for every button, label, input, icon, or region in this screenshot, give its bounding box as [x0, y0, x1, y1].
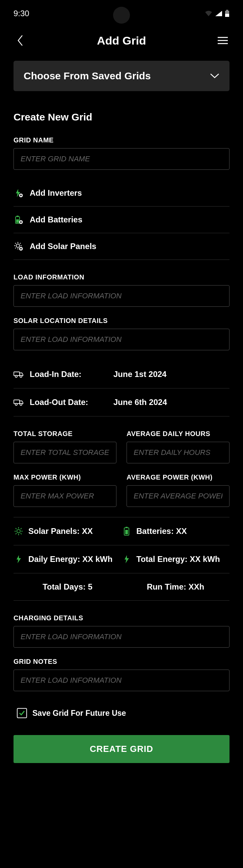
- solar-location-label: SOLAR LOCATION DETAILS: [14, 317, 230, 325]
- svg-line-20: [15, 243, 16, 244]
- daily-hours-field: AVERAGE DAILY HOURS: [127, 430, 230, 463]
- stat-solar-panels: Solar Panels: XX: [14, 517, 122, 545]
- load-out-date-row[interactable]: Load-Out Date: June 6th 2024: [14, 388, 230, 416]
- sun-icon: [14, 526, 24, 536]
- svg-rect-11: [16, 219, 19, 223]
- grid-notes-field: GRID NOTES: [14, 658, 230, 691]
- stat-daily-energy-text: Daily Energy: XX kWh: [28, 554, 112, 564]
- add-batteries-label: Add Batteries: [30, 215, 82, 224]
- svg-point-32: [20, 403, 22, 405]
- add-solar-row[interactable]: Add Solar Panels: [14, 233, 230, 260]
- bolt-icon: [14, 554, 24, 564]
- save-grid-checkbox-row[interactable]: Save Grid For Future Use: [14, 701, 230, 725]
- stat-run-time: Run Time: XXh: [122, 573, 230, 600]
- avg-power-input[interactable]: [127, 485, 230, 507]
- daily-hours-label: AVERAGE DAILY HOURS: [127, 430, 230, 438]
- status-bar: 9:30: [0, 0, 243, 24]
- app-header: Add Grid: [0, 24, 243, 61]
- truck-out-icon: [14, 397, 24, 407]
- stat-total-energy-text: Total Energy: XX kWh: [136, 554, 220, 564]
- chevron-down-icon: [210, 73, 219, 79]
- status-time: 9:30: [14, 9, 29, 18]
- daily-hours-input[interactable]: [127, 442, 230, 463]
- signal-icon: [215, 10, 223, 17]
- sun-plus-icon: [14, 241, 24, 251]
- load-in-value: June 1st 2024: [113, 370, 166, 379]
- svg-rect-27: [14, 372, 20, 376]
- load-info-field: LOAD INFORMATION: [14, 273, 230, 307]
- load-info-input[interactable]: [14, 285, 230, 307]
- total-storage-label: TOTAL STORAGE: [14, 430, 116, 438]
- grid-name-label: GRID NAME: [14, 136, 230, 144]
- status-icons: [205, 10, 230, 17]
- hamburger-icon: [218, 36, 228, 45]
- max-power-field: MAX POWER (KWH): [14, 473, 116, 507]
- camera-cutout: [113, 7, 130, 24]
- max-power-label: MAX POWER (KWH): [14, 473, 116, 481]
- svg-rect-0: [226, 10, 228, 11]
- page-title: Add Grid: [97, 34, 146, 47]
- create-grid-button[interactable]: CREATE GRID: [14, 735, 230, 763]
- grid-name-field: GRID NAME: [14, 136, 230, 170]
- storage-hours-row: TOTAL STORAGE AVERAGE DAILY HOURS: [14, 430, 230, 463]
- svg-point-31: [15, 403, 17, 405]
- stat-run-time-text: Run Time: XXh: [147, 582, 204, 592]
- svg-line-38: [16, 528, 17, 529]
- charging-details-label: CHARGING DETAILS: [14, 614, 230, 622]
- svg-rect-2: [225, 14, 229, 17]
- power-row: MAX POWER (KWH) AVERAGE POWER (KWH): [14, 473, 230, 507]
- svg-point-29: [20, 375, 22, 377]
- save-grid-label: Save Grid For Future Use: [32, 709, 126, 718]
- svg-line-41: [16, 533, 17, 534]
- load-in-label: Load-In Date:: [30, 370, 107, 379]
- total-storage-input[interactable]: [14, 442, 116, 463]
- battery-icon: [225, 10, 230, 17]
- chevron-left-icon: [17, 35, 24, 46]
- bolt-plus-icon: [14, 188, 24, 198]
- total-storage-field: TOTAL STORAGE: [14, 430, 116, 463]
- load-in-date-row[interactable]: Load-In Date: June 1st 2024: [14, 360, 230, 388]
- load-out-value: June 6th 2024: [113, 398, 167, 407]
- stat-total-days-text: Total Days: 5: [43, 582, 92, 592]
- checkmark-icon: [19, 710, 25, 716]
- charging-details-field: CHARGING DETAILS: [14, 614, 230, 648]
- svg-point-15: [16, 244, 20, 247]
- svg-line-22: [20, 243, 21, 244]
- grid-notes-label: GRID NOTES: [14, 658, 230, 666]
- section-title: Create New Grid: [14, 111, 230, 123]
- grid-name-input[interactable]: [14, 148, 230, 170]
- save-grid-checkbox[interactable]: [17, 708, 27, 718]
- max-power-input[interactable]: [14, 485, 116, 507]
- wifi-icon: [205, 10, 213, 17]
- add-solar-label: Add Solar Panels: [30, 242, 96, 251]
- svg-point-28: [15, 375, 17, 377]
- truck-in-icon: [14, 369, 24, 379]
- grid-notes-input[interactable]: [14, 670, 230, 691]
- svg-line-39: [21, 533, 22, 534]
- add-inverters-label: Add Inverters: [30, 188, 82, 198]
- saved-grids-label: Choose From Saved Grids: [24, 70, 151, 82]
- load-info-label: LOAD INFORMATION: [14, 273, 230, 281]
- stat-total-energy: Total Energy: XX kWh: [122, 545, 230, 573]
- solar-location-input[interactable]: [14, 329, 230, 350]
- battery-plus-icon: [14, 215, 24, 225]
- svg-line-40: [21, 528, 22, 529]
- back-button[interactable]: [14, 34, 27, 47]
- stat-batteries-text: Batteries: XX: [136, 526, 187, 536]
- charging-details-input[interactable]: [14, 626, 230, 648]
- stat-solar-panels-text: Solar Panels: XX: [28, 526, 93, 536]
- svg-rect-30: [14, 400, 20, 404]
- add-batteries-row[interactable]: Add Batteries: [14, 207, 230, 233]
- stat-total-days: Total Days: 5: [14, 573, 122, 600]
- solar-location-field: SOLAR LOCATION DETAILS: [14, 317, 230, 350]
- add-inverters-row[interactable]: Add Inverters: [14, 180, 230, 207]
- stats-summary: Solar Panels: XX Batteries: XX Daily Ene…: [14, 517, 230, 601]
- avg-power-field: AVERAGE POWER (KWH): [127, 473, 230, 507]
- stat-daily-energy: Daily Energy: XX kWh: [14, 545, 122, 573]
- svg-point-33: [17, 530, 20, 533]
- battery-icon: [122, 526, 132, 536]
- menu-button[interactable]: [216, 34, 230, 47]
- svg-rect-44: [125, 530, 128, 534]
- saved-grids-dropdown[interactable]: Choose From Saved Grids: [14, 61, 230, 91]
- avg-power-label: AVERAGE POWER (KWH): [127, 473, 230, 481]
